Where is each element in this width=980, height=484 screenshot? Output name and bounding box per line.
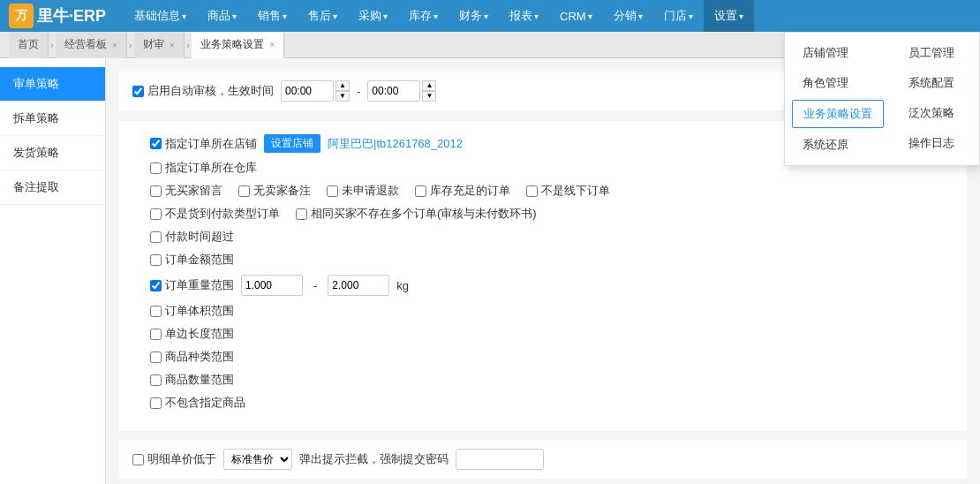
unique-buyer-label[interactable]: 相同买家不存在多个订单(审核与未付数环书) xyxy=(296,206,537,222)
time-start-up[interactable]: ▲ xyxy=(335,80,350,91)
no-seller-note-checkbox[interactable] xyxy=(238,185,250,197)
length-range-checkbox[interactable] xyxy=(150,329,162,340)
nav-item-baobiao[interactable]: 报表▾ xyxy=(499,0,549,32)
dropdown-item-yuangong[interactable]: 员工管理 xyxy=(891,38,979,68)
payment-time-checkbox[interactable] xyxy=(150,231,162,243)
unique-buyer-checkbox[interactable] xyxy=(296,208,307,220)
breadcrumb-sep2: › xyxy=(129,40,132,50)
weight-range-checkbox[interactable] xyxy=(150,280,162,291)
no-buyer-msg-label[interactable]: 无买家留言 xyxy=(150,183,222,199)
length-range-label[interactable]: 单边长度范围 xyxy=(150,326,234,342)
not-cod-label[interactable]: 不是货到付款类型订单 xyxy=(150,206,280,222)
not-offline-checkbox[interactable] xyxy=(526,185,538,197)
nav-item-caiwu[interactable]: 财务▾ xyxy=(449,0,499,32)
shop-link[interactable]: 阿里巴巴|tb1261768_2012 xyxy=(328,136,463,152)
row-conditions1: 无买家留言 无卖家备注 未申请退款 库存充足的订单 不是线下订单 xyxy=(132,183,954,199)
nav-item-caigou[interactable]: 采购▾ xyxy=(348,0,398,32)
auto-audit-checkbox-label[interactable]: 启用自动审核，生效时间 xyxy=(132,83,274,99)
no-buyer-msg-checkbox[interactable] xyxy=(150,185,162,197)
dropdown-col1: 店铺管理 角色管理 业务策略设置 系统还原 xyxy=(785,33,891,165)
nav-items: 基础信息▾ 商品▾ 销售▾ 售后▾ 采购▾ 库存▾ 财务▾ 报表▾ CRM▾ 分… xyxy=(124,0,971,32)
weight-to-input[interactable] xyxy=(328,275,389,296)
warehouse-checkbox-label[interactable]: 指定订单所在仓库 xyxy=(150,160,257,176)
volume-range-label[interactable]: 订单体积范围 xyxy=(150,303,234,319)
weight-from-input[interactable] xyxy=(241,275,303,296)
nav-item-shezhi[interactable]: 设置▾ xyxy=(704,0,754,32)
arrow-icon: ▾ xyxy=(534,11,539,21)
dropdown-item-juese[interactable]: 角色管理 xyxy=(785,68,891,98)
auto-audit-checkbox[interactable] xyxy=(132,86,144,97)
dropdown-item-fanci[interactable]: 泛次策略 xyxy=(891,98,979,128)
nav-item-shouhou[interactable]: 售后▾ xyxy=(298,0,348,32)
shop-checkbox[interactable] xyxy=(150,138,162,149)
volume-range-checkbox[interactable] xyxy=(150,306,162,317)
nav-item-crm[interactable]: CRM▾ xyxy=(549,0,603,32)
dropdown-item-dianpu[interactable]: 店铺管理 xyxy=(785,38,891,68)
not-cod-checkbox[interactable] xyxy=(150,208,162,220)
exclude-product-label[interactable]: 不包含指定商品 xyxy=(150,395,245,411)
breadcrumb-caisheng[interactable]: 财审 × xyxy=(134,32,185,58)
sidebar-item-chadan[interactable]: 拆单策略 xyxy=(0,102,105,136)
weight-dash: - xyxy=(313,279,317,292)
time-start-down[interactable]: ▼ xyxy=(335,91,350,102)
price-threshold-select[interactable]: 标准售价 采购价 成本价 xyxy=(223,449,292,470)
arrow-icon: ▾ xyxy=(588,11,592,21)
breadcrumb-yewu-close[interactable]: × xyxy=(269,39,275,49)
breadcrumb-caisheng-close[interactable]: × xyxy=(170,40,175,50)
dropdown-col2: 员工管理 系统配置 泛次策略 操作日志 xyxy=(891,33,979,165)
stock-sufficient-checkbox[interactable] xyxy=(415,185,426,197)
product-qty-label[interactable]: 商品数量范围 xyxy=(150,372,234,388)
row-amount-range: 订单金额范围 xyxy=(132,252,954,268)
breadcrumb-home[interactable]: 首页 xyxy=(9,32,49,58)
exclude-product-checkbox[interactable] xyxy=(150,397,162,409)
amount-range-label[interactable]: 订单金额范围 xyxy=(150,252,234,268)
breadcrumb-sep3: › xyxy=(186,40,190,50)
shop-checkbox-label[interactable]: 指定订单所在店铺 xyxy=(150,136,257,152)
nav-item-fenxiao[interactable]: 分销▾ xyxy=(603,0,653,32)
arrow-icon: ▾ xyxy=(383,11,388,21)
nav-item-kucun[interactable]: 库存▾ xyxy=(398,0,449,32)
no-seller-note-label[interactable]: 无卖家备注 xyxy=(238,183,311,199)
arrow-icon: ▾ xyxy=(638,11,643,21)
arrow-icon: ▾ xyxy=(689,11,693,21)
nav-item-shangpin[interactable]: 商品▾ xyxy=(197,0,247,32)
time-end-spinners: ▲ ▼ xyxy=(422,80,436,102)
popup-password-input[interactable] xyxy=(456,449,544,470)
sidebar-item-shending[interactable]: 审单策略 xyxy=(0,67,105,102)
product-qty-checkbox[interactable] xyxy=(150,374,162,386)
dropdown-item-xitong-huanyuan[interactable]: 系统还原 xyxy=(785,130,891,160)
time-start-input[interactable] xyxy=(281,80,334,102)
time-end-down[interactable]: ▼ xyxy=(422,91,436,102)
dropdown-item-xitong-peizhi[interactable]: 系统配置 xyxy=(891,68,979,98)
payment-time-label[interactable]: 付款时间超过 xyxy=(150,229,234,245)
no-refund-checkbox[interactable] xyxy=(327,185,338,197)
breadcrumb-sep1: › xyxy=(50,40,54,50)
price-threshold-checkbox[interactable] xyxy=(132,454,144,465)
sidebar-item-fahuo[interactable]: 发货策略 xyxy=(0,136,105,170)
time-end-up[interactable]: ▲ xyxy=(422,80,436,91)
dropdown-item-caozuorizhi[interactable]: 操作日志 xyxy=(891,128,979,158)
product-type-checkbox[interactable] xyxy=(150,352,162,363)
weight-range-label[interactable]: 订单重量范围 xyxy=(150,277,234,293)
time-end-input[interactable] xyxy=(367,80,420,102)
price-threshold-checkbox-label[interactable]: 明细单价低于 xyxy=(132,451,216,467)
nav-item-jichuxx[interactable]: 基础信息▾ xyxy=(124,0,197,32)
no-refund-label[interactable]: 未申请退款 xyxy=(327,183,399,199)
stock-sufficient-label[interactable]: 库存充足的订单 xyxy=(415,183,510,199)
sidebar-item-beizhu[interactable]: 备注提取 xyxy=(0,170,105,205)
arrow-icon: ▾ xyxy=(739,11,743,21)
product-type-label[interactable]: 商品种类范围 xyxy=(150,349,234,365)
checkboxes-section: 指定订单所在店铺 设置店铺 阿里巴巴|tb1261768_2012 指定订单所在… xyxy=(119,121,967,431)
row-product-qty-range: 商品数量范围 xyxy=(132,372,954,388)
dropdown-item-yewu[interactable]: 业务策略设置 xyxy=(792,100,884,128)
set-shop-button[interactable]: 设置店铺 xyxy=(264,134,320,153)
nav-item-mendian[interactable]: 门店▾ xyxy=(653,0,704,32)
warehouse-checkbox[interactable] xyxy=(150,163,162,174)
amount-range-checkbox[interactable] xyxy=(150,254,162,266)
breadcrumb-dashboard[interactable]: 经营看板 × xyxy=(56,32,127,58)
breadcrumb-dashboard-label: 经营看板 xyxy=(64,37,107,52)
breadcrumb-yewu[interactable]: 业务策略设置 × xyxy=(192,32,284,58)
nav-item-xiaoshou[interactable]: 销售▾ xyxy=(247,0,298,32)
not-offline-label[interactable]: 不是线下订单 xyxy=(526,183,610,199)
breadcrumb-dashboard-close[interactable]: × xyxy=(112,40,117,50)
